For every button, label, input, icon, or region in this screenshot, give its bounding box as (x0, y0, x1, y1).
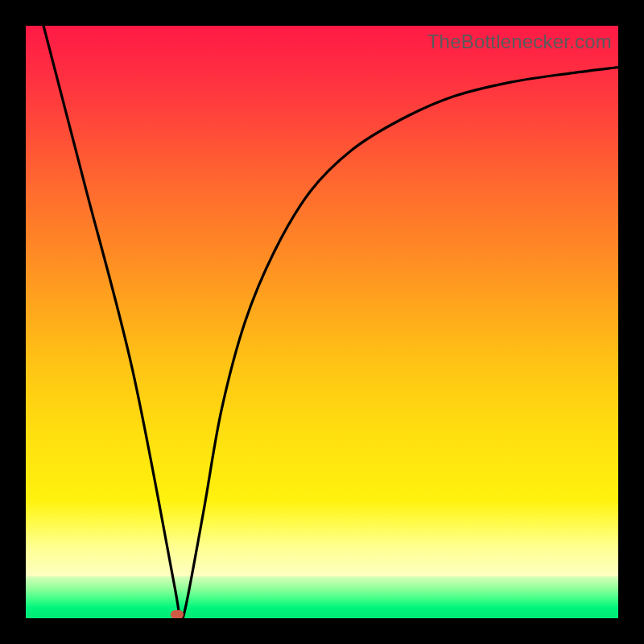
watermark-label: TheBottlenecker.com (427, 31, 612, 53)
plot-area: TheBottlenecker.com (26, 26, 618, 618)
curve-path (43, 26, 618, 618)
bottleneck-curve (26, 26, 618, 618)
chart-outer: TheBottlenecker.com (0, 0, 644, 644)
minimum-marker (171, 610, 184, 618)
